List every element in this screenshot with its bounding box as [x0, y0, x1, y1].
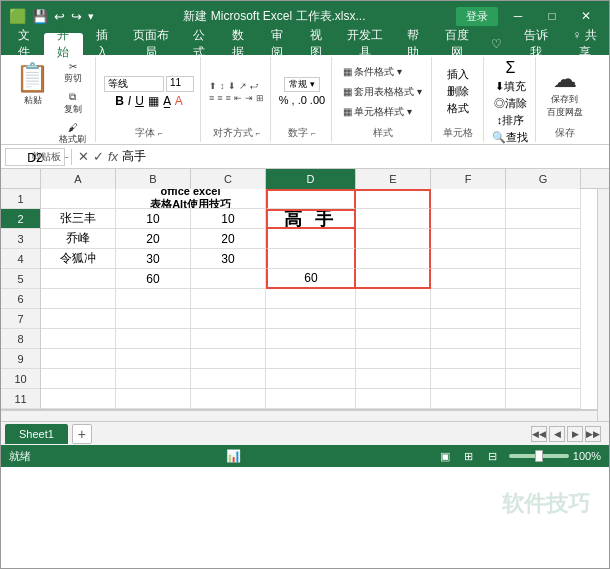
cell-f4[interactable]: [431, 249, 506, 269]
cell-b8[interactable]: [116, 329, 191, 349]
tab-developer[interactable]: 开发工具: [336, 33, 394, 55]
align-top-button[interactable]: ⬆: [209, 81, 217, 91]
cell-b2[interactable]: 10: [116, 209, 191, 229]
cell-a10[interactable]: [41, 369, 116, 389]
col-header-e[interactable]: E: [356, 169, 431, 189]
row-num-10[interactable]: 10: [1, 369, 40, 389]
align-right-button[interactable]: ≡: [226, 93, 231, 103]
row-num-5[interactable]: 5: [1, 269, 40, 289]
name-box[interactable]: D2: [5, 148, 65, 166]
align-left-button[interactable]: ≡: [209, 93, 214, 103]
sheet-nav-left-left[interactable]: ◀◀: [531, 426, 547, 442]
cell-d3[interactable]: [266, 229, 356, 249]
cell-f3[interactable]: [431, 229, 506, 249]
col-header-a[interactable]: A: [41, 169, 116, 189]
sheet-nav-right[interactable]: ▶: [567, 426, 583, 442]
cell-e3[interactable]: [356, 229, 431, 249]
status-icon-detail[interactable]: 📊: [226, 449, 241, 463]
close-button[interactable]: ✕: [571, 6, 601, 26]
cell-e2[interactable]: [356, 209, 431, 229]
tab-page-layout[interactable]: 页面布局: [122, 33, 180, 55]
cell-d9[interactable]: [266, 349, 356, 369]
cell-c2[interactable]: 10: [191, 209, 266, 229]
normal-view-button[interactable]: ▣: [437, 448, 453, 464]
cell-g7[interactable]: [506, 309, 581, 329]
sheet-nav-right-right[interactable]: ▶▶: [585, 426, 601, 442]
tab-baidu[interactable]: 百度网: [432, 33, 480, 55]
tab-insert[interactable]: 插入: [83, 33, 122, 55]
indent-increase-button[interactable]: ⇥: [245, 93, 253, 103]
underline-button[interactable]: U: [135, 94, 144, 108]
cell-g4[interactable]: [506, 249, 581, 269]
cell-b6[interactable]: [116, 289, 191, 309]
tab-data[interactable]: 数据: [219, 33, 258, 55]
italic-button[interactable]: I: [128, 94, 131, 108]
sheet-nav-left[interactable]: ◀: [549, 426, 565, 442]
tab-file[interactable]: 文件: [5, 33, 44, 55]
cell-e11[interactable]: [356, 389, 431, 409]
cell-b10[interactable]: [116, 369, 191, 389]
sheet-tab-sheet1[interactable]: Sheet1: [5, 424, 68, 444]
cell-style-button[interactable]: ▦ 单元格样式 ▾: [340, 103, 425, 121]
tab-heart[interactable]: ♡: [481, 33, 512, 55]
tab-home[interactable]: 开始: [44, 33, 83, 55]
number-expand[interactable]: ⌐: [311, 129, 316, 138]
cell-g10[interactable]: [506, 369, 581, 389]
insert-cells-button[interactable]: 插入: [447, 67, 469, 82]
merge-center-button[interactable]: ⊞: [256, 93, 264, 103]
cell-d8[interactable]: [266, 329, 356, 349]
cell-a2[interactable]: 张三丰: [41, 209, 116, 229]
clear-button[interactable]: ◎清除: [494, 96, 527, 111]
cell-b1[interactable]: office excel表格Alt使用技巧: [116, 189, 266, 209]
cell-c10[interactable]: [191, 369, 266, 389]
formula-fx-icon[interactable]: fx: [108, 149, 118, 164]
thousands-button[interactable]: ,: [292, 94, 295, 106]
tab-review[interactable]: 审阅: [258, 33, 297, 55]
bold-button[interactable]: B: [115, 94, 124, 108]
cell-f6[interactable]: [431, 289, 506, 309]
cell-g11[interactable]: [506, 389, 581, 409]
row-num-1[interactable]: 1: [1, 189, 40, 209]
cell-f1[interactable]: [431, 189, 506, 209]
page-layout-view-button[interactable]: ⊞: [461, 448, 477, 464]
cell-d7[interactable]: [266, 309, 356, 329]
delete-cells-button[interactable]: 删除: [447, 84, 469, 99]
col-header-c[interactable]: C: [191, 169, 266, 189]
format-painter-button[interactable]: 🖌 格式刷: [56, 120, 89, 148]
cell-e6[interactable]: [356, 289, 431, 309]
col-header-g[interactable]: G: [506, 169, 581, 189]
cell-c4[interactable]: 30: [191, 249, 266, 269]
zoom-level[interactable]: 100%: [573, 450, 601, 462]
cell-a6[interactable]: [41, 289, 116, 309]
max-button[interactable]: □: [537, 6, 567, 26]
cut-button[interactable]: ✂ 剪切: [56, 59, 89, 87]
cell-g1[interactable]: [506, 189, 581, 209]
cell-b3[interactable]: 20: [116, 229, 191, 249]
cell-d6[interactable]: [266, 289, 356, 309]
fill-button[interactable]: ⬇填充: [495, 79, 526, 94]
border-button[interactable]: ▦: [148, 94, 159, 108]
cell-c6[interactable]: [191, 289, 266, 309]
cell-g9[interactable]: [506, 349, 581, 369]
text-direction-button[interactable]: ↗: [239, 81, 247, 91]
tab-tell-me[interactable]: 告诉我: [512, 33, 560, 55]
cell-f10[interactable]: [431, 369, 506, 389]
cell-e9[interactable]: [356, 349, 431, 369]
row-num-8[interactable]: 8: [1, 329, 40, 349]
cell-b7[interactable]: [116, 309, 191, 329]
wrap-text-button[interactable]: ⮐: [250, 81, 259, 91]
row-num-2[interactable]: 2: [1, 209, 40, 229]
cell-a11[interactable]: [41, 389, 116, 409]
row-num-3[interactable]: 3: [1, 229, 40, 249]
decrease-decimal-button[interactable]: .00: [310, 94, 325, 106]
col-header-f[interactable]: F: [431, 169, 506, 189]
v-scrollbar[interactable]: [597, 189, 609, 421]
cell-f2[interactable]: [431, 209, 506, 229]
cell-a8[interactable]: [41, 329, 116, 349]
tab-share[interactable]: ♀ 共享: [560, 33, 609, 55]
format-cells-button[interactable]: 格式: [447, 101, 469, 116]
cell-c7[interactable]: [191, 309, 266, 329]
cell-g6[interactable]: [506, 289, 581, 309]
formula-confirm-icon[interactable]: ✓: [93, 149, 104, 164]
min-button[interactable]: ─: [503, 6, 533, 26]
